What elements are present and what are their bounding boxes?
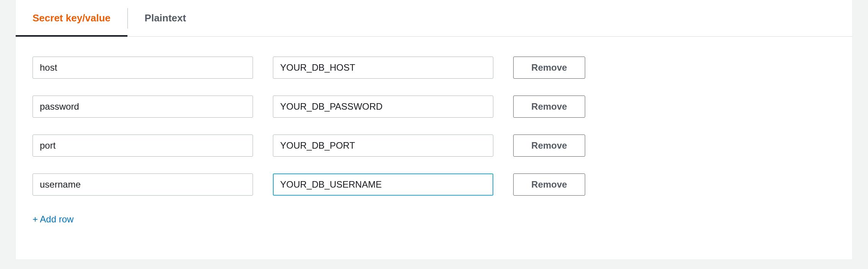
value-input[interactable]: [273, 134, 493, 157]
kv-row: Remove: [33, 96, 835, 118]
value-input[interactable]: [273, 96, 493, 118]
value-input[interactable]: [273, 57, 493, 79]
key-input[interactable]: [33, 134, 253, 157]
secret-panel: Secret key/value Plaintext Remove Remove…: [15, 0, 853, 260]
key-input[interactable]: [33, 96, 253, 118]
remove-button[interactable]: Remove: [513, 57, 585, 79]
key-value-rows: Remove Remove Remove Remove + Add row: [16, 37, 852, 236]
kv-row: Remove: [33, 173, 835, 196]
remove-button[interactable]: Remove: [513, 173, 585, 196]
tab-secret-key-value[interactable]: Secret key/value: [16, 0, 127, 36]
remove-button[interactable]: Remove: [513, 96, 585, 118]
kv-row: Remove: [33, 134, 835, 157]
page-outer: Secret key/value Plaintext Remove Remove…: [0, 0, 868, 260]
key-input[interactable]: [33, 173, 253, 196]
tabs-bar: Secret key/value Plaintext: [16, 0, 852, 37]
value-input[interactable]: [273, 173, 493, 196]
add-row-link[interactable]: + Add row: [33, 214, 73, 225]
kv-row: Remove: [33, 57, 835, 79]
remove-button[interactable]: Remove: [513, 134, 585, 157]
tab-plaintext[interactable]: Plaintext: [128, 0, 203, 36]
key-input[interactable]: [33, 57, 253, 79]
